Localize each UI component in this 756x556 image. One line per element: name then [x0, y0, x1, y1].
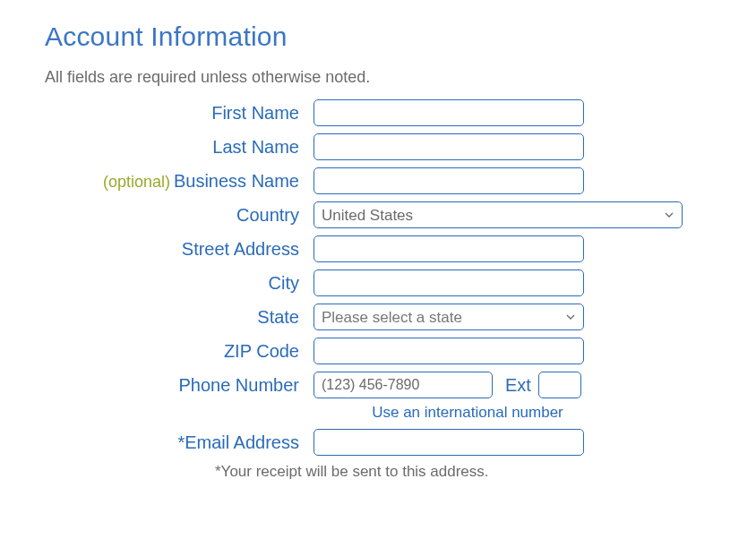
email-input[interactable] [314, 429, 584, 456]
required-note: All fields are required unless otherwise… [45, 68, 711, 87]
business-name-label: (optional)Business Name [45, 171, 314, 192]
business-name-input[interactable] [314, 167, 584, 194]
phone-label: Phone Number [45, 375, 314, 396]
optional-tag: (optional) [103, 173, 170, 191]
state-label: State [45, 307, 314, 328]
city-label: City [45, 273, 314, 294]
first-name-input[interactable] [314, 99, 584, 126]
email-label: *Email Address [45, 432, 314, 453]
zip-input[interactable] [314, 338, 584, 364]
last-name-input[interactable] [314, 133, 584, 160]
intl-number-link[interactable]: Use an international number [224, 404, 711, 422]
last-name-label: Last Name [45, 137, 314, 158]
email-footnote: *Your receipt will be sent to this addre… [215, 463, 711, 481]
zip-label: ZIP Code [45, 341, 314, 362]
country-select[interactable]: United States [314, 201, 683, 228]
state-select[interactable]: Please select a state [314, 304, 584, 330]
street-input[interactable] [314, 235, 584, 262]
street-label: Street Address [45, 239, 314, 260]
phone-input[interactable] [314, 372, 493, 398]
city-input[interactable] [314, 269, 584, 296]
ext-label: Ext [505, 375, 531, 396]
ext-input[interactable] [538, 372, 581, 398]
country-label: Country [45, 205, 314, 226]
first-name-label: First Name [45, 103, 314, 124]
page-title: Account Information [45, 21, 711, 52]
